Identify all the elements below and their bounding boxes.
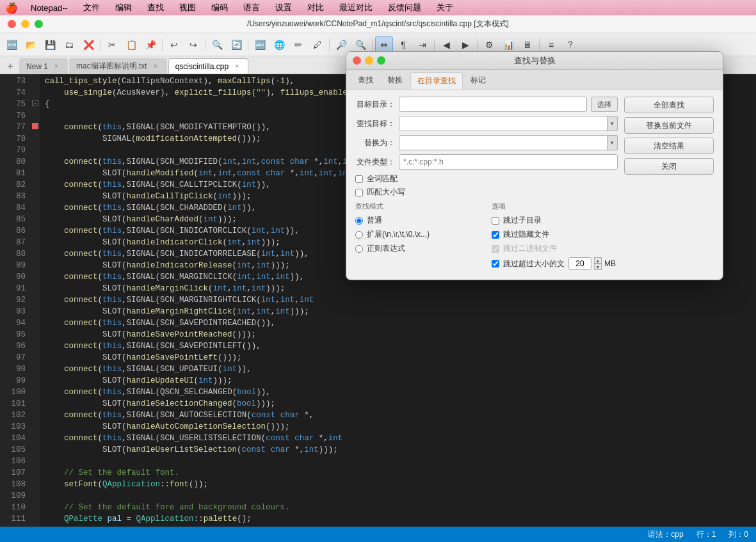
- toolbar-replace[interactable]: 🔄: [227, 36, 245, 54]
- find-dialog-min-btn[interactable]: [365, 56, 373, 65]
- toolbar-sep-9: [539, 38, 540, 51]
- menu-app[interactable]: Notepad--: [28, 2, 70, 14]
- mb-down-arrow[interactable]: ▼: [594, 264, 602, 270]
- new-tab-button[interactable]: ＋: [3, 58, 18, 74]
- toolbar-sep-5: [329, 38, 330, 51]
- replace-file-button[interactable]: 替换当前文件: [624, 117, 714, 134]
- fold-marker-75[interactable]: -: [32, 100, 38, 106]
- toolbar-cut[interactable]: ✂: [103, 36, 121, 54]
- toolbar-sep-2: [162, 38, 163, 51]
- find-replace-dropdown[interactable]: ▾: [607, 135, 618, 150]
- whole-word-checkbox[interactable]: [355, 175, 363, 183]
- option-skip-binary-row: 跳过二进制文件: [492, 243, 618, 254]
- match-case-checkbox[interactable]: [355, 189, 363, 196]
- toolbar-save-all[interactable]: 🗂: [60, 36, 78, 54]
- tab-qscis-close[interactable]: ×: [232, 62, 241, 71]
- toolbar-copy[interactable]: 📋: [122, 36, 140, 54]
- find-dialog-close-btn[interactable]: [353, 56, 361, 65]
- menu-edit[interactable]: 编辑: [113, 1, 134, 15]
- find-tab-find[interactable]: 查找: [351, 72, 380, 90]
- menu-recent-compare[interactable]: 最近对比: [337, 1, 375, 15]
- whole-word-label: 全词匹配: [367, 173, 398, 184]
- find-filetype-row: 文件类型：: [355, 154, 618, 170]
- mb-value-input[interactable]: [568, 257, 591, 270]
- minimize-button[interactable]: [21, 20, 29, 28]
- mode-regex-row: 正则表达式: [355, 243, 481, 254]
- find-filetype-input[interactable]: [399, 154, 618, 170]
- find-replace-dialog: 查找与替换 查找 替换 在目录查找 标记 目标目录： 选择 查找目标： ▾: [346, 51, 723, 280]
- toolbar-paste[interactable]: 📌: [141, 36, 159, 54]
- find-target-label: 查找目标：: [355, 118, 395, 129]
- mode-normal-radio[interactable]: [355, 217, 363, 225]
- toolbar-sep-7: [434, 38, 435, 51]
- find-filetype-input-wrap: [399, 154, 618, 170]
- col-label: 列：0: [728, 529, 748, 540]
- menubar: 🍎 Notepad-- 文件 编辑 查找 视图 编码 语言 设置 对比 最近对比…: [0, 0, 756, 15]
- match-case-row: 匹配大小写: [355, 187, 618, 198]
- menu-view[interactable]: 视图: [177, 1, 198, 15]
- mode-extend-radio[interactable]: [355, 231, 363, 239]
- whole-word-row: 全词匹配: [355, 173, 618, 184]
- find-dialog-title: 查找与替换: [514, 55, 556, 67]
- skip-sub-checkbox[interactable]: [492, 217, 499, 225]
- clear-results-button[interactable]: 清空结果: [624, 138, 714, 154]
- menu-find[interactable]: 查找: [145, 1, 166, 15]
- close-button[interactable]: [8, 20, 16, 28]
- find-dialog-body: 目标目录： 选择 查找目标： ▾ 替换为： ▾: [346, 90, 723, 280]
- find-target-dropdown[interactable]: ▾: [607, 116, 618, 131]
- tab-new1[interactable]: New 1 ×: [19, 58, 68, 74]
- mb-up-arrow[interactable]: ▲: [594, 257, 602, 264]
- skip-large-checkbox[interactable]: [492, 260, 499, 267]
- options-section: 选项 跳过子目录 跳过隐藏文件 跳过二进制文件: [492, 202, 618, 273]
- menu-compare[interactable]: 对比: [305, 1, 326, 15]
- find-tab-mark[interactable]: 标记: [464, 72, 492, 90]
- tab-mac-label: mac编译图标说明.txt: [76, 61, 147, 72]
- toolbar-close[interactable]: ❌: [79, 36, 97, 54]
- toolbar-encode[interactable]: 🔤: [251, 36, 269, 54]
- toolbar-zoom-in[interactable]: 🔎: [332, 36, 350, 54]
- tab-qscis[interactable]: qsciscintilla.cpp ×: [168, 58, 248, 74]
- tab-mac[interactable]: mac编译图标说明.txt ×: [69, 58, 167, 74]
- search-mode-title: 查找模式: [355, 202, 481, 211]
- find-replace-input[interactable]: [399, 135, 607, 150]
- find-dialog-tabs: 查找 替换 在目录查找 标记: [346, 70, 723, 90]
- toolbar-redo[interactable]: ↪: [184, 36, 202, 54]
- find-replace-input-wrap: ▾: [399, 135, 618, 150]
- mode-normal-row: 普通: [355, 215, 481, 226]
- lang-label: 语法：cpp: [648, 529, 683, 540]
- tab-mac-close[interactable]: ×: [151, 62, 160, 71]
- toolbar-find[interactable]: 🔍: [208, 36, 226, 54]
- toolbar-undo[interactable]: ↩: [165, 36, 183, 54]
- mode-regex-label: 正则表达式: [367, 243, 405, 254]
- skip-hidden-checkbox[interactable]: [492, 231, 499, 239]
- find-target-input[interactable]: [399, 116, 607, 131]
- find-all-button[interactable]: 全部查找: [624, 97, 714, 113]
- find-tab-dir-find[interactable]: 在目录查找: [410, 72, 463, 90]
- menu-settings[interactable]: 设置: [273, 1, 294, 15]
- toolbar-new[interactable]: 🆕: [3, 36, 20, 54]
- menu-about[interactable]: 关于: [434, 1, 456, 15]
- find-target-input-wrap: ▾: [399, 116, 618, 131]
- tab-new1-close[interactable]: ×: [52, 62, 61, 71]
- find-tab-replace[interactable]: 替换: [381, 72, 409, 90]
- menu-feedback[interactable]: 反馈问题: [385, 1, 424, 15]
- find-dir-input[interactable]: [399, 97, 587, 112]
- menu-encode[interactable]: 编码: [209, 1, 230, 15]
- toolbar-sep-6: [372, 38, 373, 51]
- menu-file[interactable]: 文件: [81, 1, 102, 15]
- find-dir-select-btn[interactable]: 选择: [591, 97, 618, 112]
- toolbar-lang-switch[interactable]: 🌐: [270, 36, 288, 54]
- close-dialog-button[interactable]: 关闭: [624, 158, 714, 175]
- match-case-label: 匹配大小写: [367, 187, 405, 198]
- skip-large-label: 跳过超过大小的文: [503, 259, 565, 269]
- maximize-button[interactable]: [35, 20, 43, 28]
- find-dialog-max-btn[interactable]: [377, 56, 385, 65]
- toolbar-erase[interactable]: 🖊: [309, 36, 326, 54]
- menu-lang[interactable]: 语言: [241, 1, 262, 15]
- mode-regex-radio[interactable]: [355, 245, 363, 253]
- find-replace-row: 替换为： ▾: [355, 135, 618, 150]
- toolbar-pen[interactable]: ✏: [289, 36, 307, 54]
- toolbar-open[interactable]: 📂: [22, 36, 40, 54]
- toolbar-save[interactable]: 💾: [41, 36, 59, 54]
- toolbar-sep-1: [100, 38, 101, 51]
